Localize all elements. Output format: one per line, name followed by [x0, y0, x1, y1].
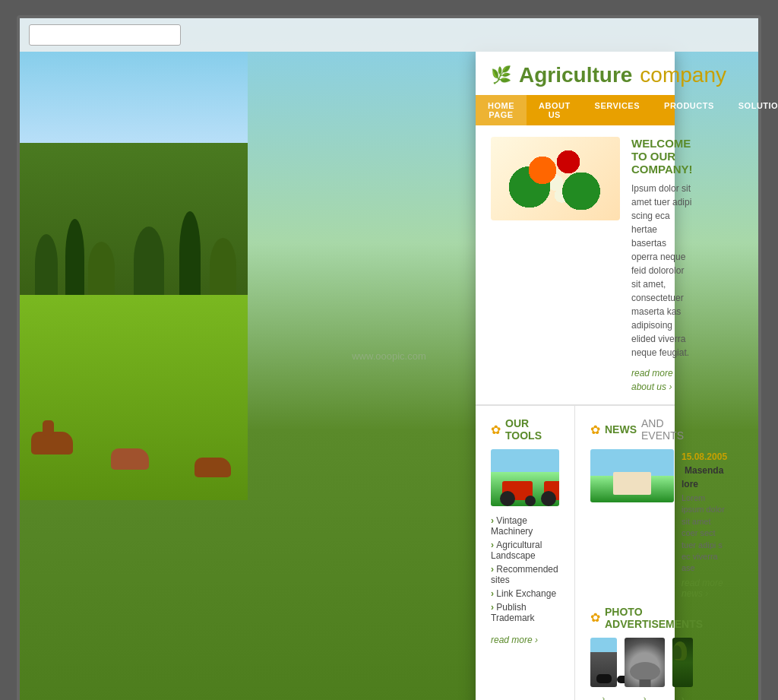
photo-thumb-0: [590, 638, 617, 687]
tool-item-4[interactable]: Publish Trademark: [491, 600, 559, 625]
nav-services[interactable]: SERVICES: [583, 95, 652, 125]
photo-item-1: Masertasei: [625, 638, 666, 700]
news-body: Lorem ipsum dolor sit amet coer sect tue…: [682, 493, 727, 575]
two-col-section: ✿ OUR TOOLS Vintage Machinery Agricultur…: [476, 405, 675, 700]
news-image: [590, 449, 674, 502]
photo-ads-title-text: PHOTO ADVERTISEMENTS: [605, 606, 703, 630]
flower-icon-tools: ✿: [491, 423, 501, 437]
tools-read-more[interactable]: read more: [491, 635, 538, 645]
right-spacer: [735, 52, 758, 700]
site-title-company: company: [640, 63, 726, 87]
news-title-text: NEWS: [605, 423, 637, 436]
news-section-title: ✿ NEWS AND EVENTS: [590, 417, 659, 442]
house-shape: [613, 472, 651, 495]
site-title-agri: Agriculture: [519, 63, 632, 87]
photo-item-0: Viverra Nee: [590, 638, 617, 700]
tools-title-text: OUR TOOLS: [505, 417, 559, 442]
nav-home[interactable]: HOME PAGE: [476, 95, 527, 125]
news-read-more[interactable]: read more news: [682, 578, 727, 599]
photo-ads-title: ✿ PHOTO ADVERTISEMENTS: [590, 606, 659, 630]
vegetables-image: [491, 137, 620, 220]
main-panel: 🌿 Agriculture company HOME PAGE ABOUT US…: [476, 52, 675, 700]
news-title-sub: AND EVENTS: [641, 417, 684, 442]
welcome-section: WELCOME TO OUR COMPANY! Ipsum dolor sit …: [476, 125, 675, 405]
news-date: 15.08.2005: [682, 451, 727, 462]
photo-grid: Viverra Nee Masertasei: [590, 638, 659, 700]
tool-item-2[interactable]: Recommended sites: [491, 562, 559, 587]
photo-item-2: Dolor mia: [672, 638, 692, 700]
news-text-block: 15.08.2005 Masenda lore Lorem ipsum dolo…: [682, 449, 727, 600]
tool-item-3[interactable]: Link Exchange: [491, 587, 559, 600]
logo-input[interactable]: [29, 24, 181, 46]
tool-item-0[interactable]: Vintage Machinery: [491, 514, 559, 538]
flower-icon-photo: ✿: [590, 610, 600, 625]
nav-solutions[interactable]: SOLUTIONS: [726, 95, 778, 125]
welcome-read-more[interactable]: read more about us: [631, 368, 673, 392]
tractors-image: [491, 449, 559, 506]
welcome-text-block: WELCOME TO OUR COMPANY! Ipsum dolor sit …: [631, 137, 693, 393]
tools-column: ✿ OUR TOOLS Vintage Machinery Agricultur…: [476, 406, 575, 700]
tools-section-title: ✿ OUR TOOLS: [491, 417, 559, 442]
nav-products[interactable]: PRODUCTS: [652, 95, 726, 125]
grass-icon: 🌿: [491, 65, 511, 85]
outer-frame: 🌿 Agriculture company HOME PAGE ABOUT US…: [17, 15, 761, 700]
welcome-body: Ipsum dolor sit amet tuer adipi scing ec…: [631, 182, 693, 360]
nav-bar: HOME PAGE ABOUT US SERVICES PRODUCTS SOL…: [476, 95, 675, 125]
tools-list: Vintage Machinery Agricultural Landscape…: [491, 514, 559, 625]
photo-thumb-1: [625, 638, 666, 687]
flower-icon-news: ✿: [590, 423, 600, 437]
photo-ads-section: ✿ PHOTO ADVERTISEMENTS Viverra Nee: [590, 606, 659, 700]
left-background: [20, 52, 248, 700]
site-header: 🌿 Agriculture company: [476, 52, 675, 95]
news-column: ✿ NEWS AND EVENTS 15.08.2005 Masenda lor…: [575, 406, 675, 700]
welcome-heading: WELCOME TO OUR COMPANY!: [631, 137, 693, 176]
nav-about[interactable]: ABOUT US: [527, 95, 583, 125]
photo-thumb-2: [672, 638, 692, 687]
header-bar: [20, 18, 758, 52]
tool-item-1[interactable]: Agricultural Landscape: [491, 538, 559, 562]
photo-label-0[interactable]: Viverra Nee: [590, 694, 617, 700]
news-title-text-content: Masenda lore: [682, 465, 723, 489]
photo-label-1[interactable]: Masertasei: [625, 694, 666, 700]
photo-label-2[interactable]: Dolor mia: [672, 694, 692, 700]
